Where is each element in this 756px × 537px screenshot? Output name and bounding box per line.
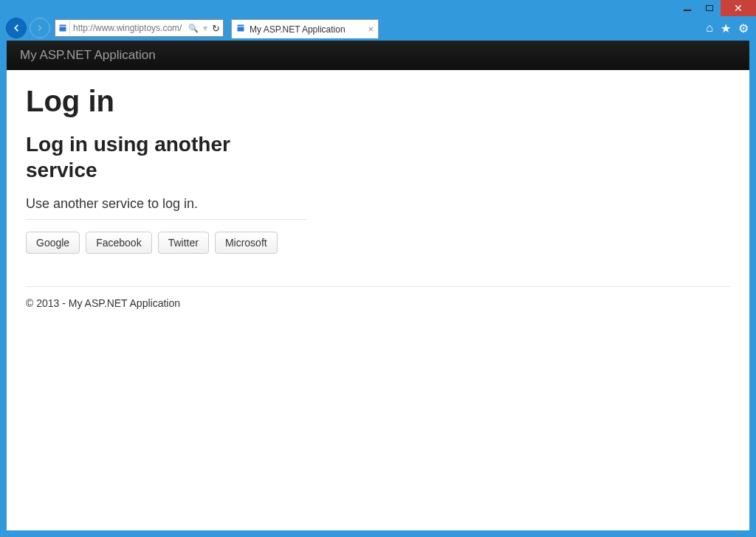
maximize-icon bbox=[706, 5, 713, 11]
window-minimize-button[interactable] bbox=[676, 0, 698, 16]
page-title: Log in bbox=[26, 85, 730, 118]
tab-title: My ASP.NET Application bbox=[250, 24, 363, 35]
address-bar: 🔍 ▾ ↻ bbox=[55, 19, 224, 37]
home-icon[interactable]: ⌂ bbox=[706, 21, 713, 35]
search-icon[interactable]: 🔍 bbox=[188, 24, 199, 33]
browser-toolbar: 🔍 ▾ ↻ My ASP.NET Application × ⌂ ★ ⚙ bbox=[0, 16, 756, 40]
settings-icon[interactable]: ⚙ bbox=[738, 21, 749, 35]
window-titlebar: ✕ bbox=[0, 0, 756, 16]
external-login-section: Log in using another service Use another… bbox=[26, 131, 306, 254]
tab-close-icon[interactable]: × bbox=[368, 24, 374, 35]
section-title: Log in using another service bbox=[26, 131, 306, 183]
nav-back-button[interactable] bbox=[6, 18, 27, 38]
arrow-left-icon bbox=[11, 23, 21, 33]
app-brand[interactable]: My ASP.NET Application bbox=[20, 48, 156, 62]
page-body: Log in Log in using another service Use … bbox=[7, 70, 749, 324]
close-icon: ✕ bbox=[734, 2, 743, 14]
favorites-icon[interactable]: ★ bbox=[721, 21, 731, 35]
tab-strip: My ASP.NET Application × bbox=[231, 18, 379, 38]
provider-microsoft-button[interactable]: Microsoft bbox=[215, 232, 278, 254]
refresh-icon[interactable]: ↻ bbox=[212, 23, 220, 34]
site-icon bbox=[55, 20, 70, 36]
separator: ▾ bbox=[203, 23, 207, 33]
provider-facebook-button[interactable]: Facebook bbox=[86, 232, 151, 254]
app-navbar: My ASP.NET Application bbox=[7, 41, 749, 70]
page-viewport: My ASP.NET Application Log in Log in usi… bbox=[6, 40, 750, 531]
nav-forward-button[interactable] bbox=[30, 18, 50, 38]
section-subtitle: Use another service to log in. bbox=[26, 196, 306, 220]
browser-window: ✕ 🔍 ▾ ↻ My ASP.NET Ap bbox=[0, 0, 756, 537]
footer-text: © 2013 - My ASP.NET Application bbox=[26, 297, 730, 309]
address-controls: 🔍 ▾ ↻ bbox=[185, 20, 223, 36]
arrow-right-icon bbox=[35, 24, 44, 32]
provider-button-row: Google Facebook Twitter Microsoft bbox=[26, 232, 306, 254]
page-icon bbox=[236, 24, 245, 35]
toolbar-right: ⌂ ★ ⚙ bbox=[706, 21, 752, 35]
window-close-button[interactable]: ✕ bbox=[721, 0, 756, 16]
tab-active[interactable]: My ASP.NET Application × bbox=[231, 19, 379, 38]
url-input[interactable] bbox=[70, 20, 185, 36]
provider-twitter-button[interactable]: Twitter bbox=[158, 232, 209, 254]
provider-google-button[interactable]: Google bbox=[26, 232, 80, 254]
window-maximize-button[interactable] bbox=[698, 0, 721, 16]
footer-separator bbox=[26, 286, 730, 287]
